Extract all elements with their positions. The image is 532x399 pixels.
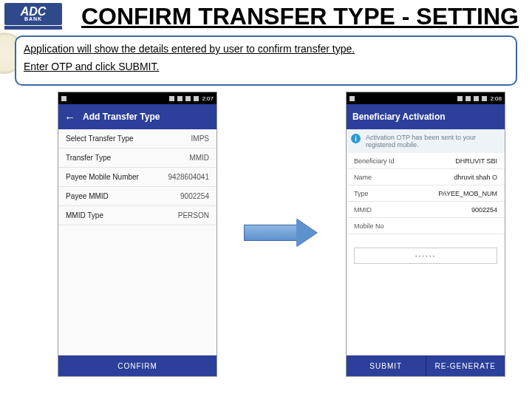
wifi-icon [169,96,174,101]
regenerate-button[interactable]: RE-GENERATE [426,355,505,376]
detail-row: Payee MMID 9002254 [58,187,216,206]
logo-sub: BANK [24,17,42,21]
detail-row: Name dhruvit shah O [347,169,505,185]
row-label: Payee Mobile Number [66,173,139,181]
info-icon: i [351,134,361,143]
row-label: Mobile No [354,222,384,230]
phone-screenshot-right: 2:08 Beneficiary Activation i Activation… [346,92,505,377]
row-value: PAYEE_MOB_NUM [438,190,497,197]
row-label: Name [354,174,372,181]
row-label: Type [354,190,369,197]
description-box: Application will show the details entere… [15,35,517,86]
detail-row: Beneficiary Id DHRUVIT SBI [347,153,505,169]
battery-icon [482,96,487,101]
row-value: dhruvit shah O [454,174,497,181]
footer-buttons: SUBMIT RE-GENERATE [347,355,505,376]
row-value: 9428604041 [168,173,209,181]
slide-title: CONFIRM TRANSFER TYPE - SETTING [81,3,519,30]
app-bar: ← Add Transfer Type [58,104,216,129]
row-value: 9002254 [180,192,209,200]
otp-input[interactable]: ······ [354,248,497,264]
status-icon [349,96,355,101]
alarm-icon [474,96,479,101]
status-icon [61,96,66,101]
bank-logo: ADC BANK [4,3,62,25]
detail-row: Mobile No [347,218,505,234]
row-value: IMPS [191,134,209,143]
app-bar: Beneficiary Activation [347,104,505,129]
description-line-1: Application will show the details entere… [24,43,508,55]
detail-row: Payee Mobile Number 9428604041 [58,168,216,187]
signal-icon [177,96,183,101]
confirm-button[interactable]: CONFIRM [58,355,216,376]
alarm-icon [185,96,191,101]
app-bar-title: Add Transfer Type [83,112,160,122]
row-value: DHRUVIT SBI [455,157,497,165]
row-label: Payee MMID [66,192,109,200]
status-bar: 2:07 [58,92,216,104]
status-time: 2:07 [202,95,214,102]
phone-body: i Activation OTP has been sent to your r… [347,129,505,355]
logo-underline [4,26,62,30]
otp-value: ······ [415,252,437,260]
status-time: 2:08 [490,95,502,102]
detail-row: Select Transfer Type IMPS [58,129,216,149]
info-text: Activation OTP has been sent to your reg… [366,134,476,149]
phone-screenshot-left: 2:07 ← Add Transfer Type Select Transfer… [58,92,217,377]
detail-row: Transfer Type MMID [58,149,216,168]
info-banner: i Activation OTP has been sent to your r… [347,129,505,153]
row-label: Select Transfer Type [66,134,134,143]
description-line-2: Enter OTP and click SUBMIT. [24,61,508,72]
wifi-icon [457,96,463,101]
battery-icon [194,96,199,101]
logo-main: ADC [21,7,47,17]
flow-arrow-icon [244,219,325,247]
row-label: MMID [354,206,372,214]
detail-row: MMID 9002254 [347,202,505,218]
row-label: MMID Type [66,211,103,219]
row-value: MMID [189,154,209,162]
signal-icon [466,96,471,101]
footer-buttons: CONFIRM [58,355,216,376]
row-label: Transfer Type [66,154,111,162]
back-arrow-icon[interactable]: ← [64,112,75,123]
submit-button[interactable]: SUBMIT [347,355,426,376]
row-value: 9002254 [471,206,497,214]
app-bar-title: Beneficiary Activation [352,112,446,122]
row-value: PERSON [178,211,209,219]
detail-row: MMID Type PERSON [58,206,216,225]
phone-body: Select Transfer Type IMPS Transfer Type … [58,129,216,355]
row-label: Beneficiary Id [354,157,395,165]
detail-row: Type PAYEE_MOB_NUM [347,185,505,202]
status-bar: 2:08 [347,92,505,104]
